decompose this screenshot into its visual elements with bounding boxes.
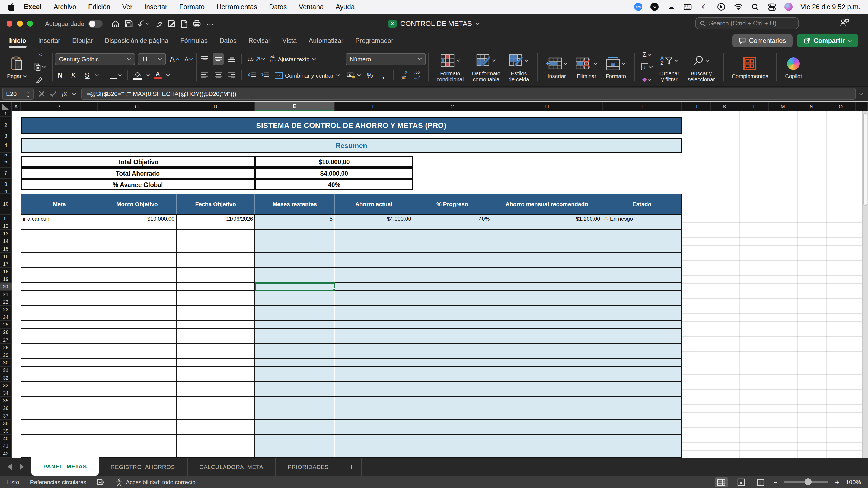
cell[interactable]	[177, 268, 255, 275]
row-header-2[interactable]: 2	[0, 117, 12, 134]
cell[interactable]	[413, 435, 492, 442]
column-header-B[interactable]: B	[21, 102, 98, 111]
cell[interactable]	[335, 336, 413, 343]
expand-formula-bar-icon[interactable]	[859, 92, 863, 96]
cell[interactable]	[492, 351, 602, 358]
sheet-tab-panel_metas[interactable]: PANEL_METAS	[31, 457, 99, 476]
cell[interactable]	[413, 382, 492, 389]
table-header-3[interactable]: Meses restantes	[255, 194, 335, 214]
autosum-button[interactable]: Σ	[640, 48, 654, 61]
column-header-L[interactable]: L	[739, 102, 769, 111]
conditional-formatting-button[interactable]: Formatocondicional	[434, 51, 466, 83]
cell[interactable]	[21, 321, 98, 328]
document-title-chevron-icon[interactable]	[476, 22, 479, 26]
cell[interactable]	[413, 443, 492, 450]
cell[interactable]	[255, 237, 335, 245]
ribbon-tab-fórmulas[interactable]: Fórmulas	[175, 35, 214, 46]
font-color-button[interactable]: A	[152, 69, 163, 81]
row-header-3[interactable]: 3	[0, 134, 12, 138]
cell[interactable]	[98, 298, 177, 305]
cell[interactable]	[413, 314, 492, 321]
cell[interactable]	[21, 382, 98, 389]
table-header-5[interactable]: % Progreso	[413, 194, 492, 214]
cell-row11-col5[interactable]: 40%	[413, 215, 492, 222]
menu-edición[interactable]: Edición	[82, 3, 116, 10]
cell[interactable]	[413, 366, 492, 373]
cell[interactable]	[177, 359, 255, 366]
undo-icon[interactable]	[138, 19, 150, 29]
increase-decimal-button[interactable]: ←,0,00	[398, 69, 409, 81]
cell[interactable]	[602, 253, 682, 260]
cell[interactable]	[255, 314, 335, 321]
cell[interactable]	[177, 275, 255, 283]
cell[interactable]	[98, 329, 177, 336]
font-color-chevron-icon[interactable]	[166, 73, 169, 77]
cell[interactable]	[98, 275, 177, 283]
cell[interactable]	[177, 298, 255, 305]
cell[interactable]	[21, 366, 98, 373]
row-header-26[interactable]: 26	[0, 329, 12, 336]
cell[interactable]	[413, 450, 492, 457]
row-header-41[interactable]: 41	[0, 443, 12, 450]
cell[interactable]	[98, 450, 177, 457]
row-header-17[interactable]: 17	[0, 260, 12, 268]
cell[interactable]	[255, 344, 335, 351]
cell[interactable]	[602, 321, 682, 328]
row-header-8[interactable]: 8	[0, 179, 12, 190]
summary-value-2[interactable]: 40%	[255, 179, 413, 190]
cell[interactable]	[21, 450, 98, 457]
row-header-34[interactable]: 34	[0, 389, 12, 397]
row-header-5[interactable]: 5	[0, 153, 12, 156]
cell[interactable]	[335, 450, 413, 457]
cell[interactable]	[492, 344, 602, 351]
cell[interactable]	[602, 314, 682, 321]
cell[interactable]	[21, 420, 98, 427]
cell[interactable]	[335, 412, 413, 419]
font-name-select[interactable]: Century Gothic	[55, 53, 135, 65]
cell[interactable]	[255, 420, 335, 427]
row-header-7[interactable]: 7	[0, 167, 12, 179]
cell[interactable]	[492, 329, 602, 336]
cell[interactable]	[335, 291, 413, 298]
table-header-2[interactable]: Fecha Objetivo	[177, 194, 255, 214]
ribbon-tab-automatizar[interactable]: Automatizar	[303, 35, 349, 46]
cell[interactable]	[98, 344, 177, 351]
percent-style-button[interactable]: %	[364, 69, 375, 81]
cell-row11-col7[interactable]: ⚠En riesgo	[602, 215, 682, 222]
ribbon-tab-insertar[interactable]: Insertar	[32, 35, 66, 46]
row-header-10[interactable]: 10	[0, 194, 12, 215]
cell[interactable]	[255, 298, 335, 305]
resumen-banner[interactable]: Resumen	[21, 138, 682, 153]
add-sheet-button[interactable]: +	[341, 458, 362, 476]
cell[interactable]	[602, 382, 682, 389]
cell[interactable]	[602, 389, 682, 396]
row-header-27[interactable]: 27	[0, 336, 12, 344]
find-select-button[interactable]: Buscar yseleccionar	[685, 51, 717, 83]
cell[interactable]	[98, 253, 177, 260]
cell[interactable]	[492, 382, 602, 389]
cell[interactable]	[98, 283, 177, 290]
row-header-13[interactable]: 13	[0, 230, 12, 237]
column-header-J[interactable]: J	[682, 102, 711, 111]
zoom-app-icon[interactable]: zm	[634, 3, 642, 11]
column-header-D[interactable]: D	[176, 102, 255, 111]
cell[interactable]	[602, 230, 682, 237]
cell[interactable]	[602, 412, 682, 419]
copilot-button[interactable]: Copilot	[782, 54, 805, 80]
selected-cell-E20[interactable]	[255, 283, 335, 291]
cell[interactable]	[255, 306, 335, 313]
font-size-select[interactable]: 11	[137, 53, 166, 65]
cell[interactable]	[602, 237, 682, 245]
cell[interactable]	[21, 245, 98, 252]
column-header-N[interactable]: N	[798, 102, 826, 111]
cell[interactable]	[335, 298, 413, 305]
cell[interactable]	[255, 222, 335, 229]
cell[interactable]	[255, 366, 335, 373]
row-header-25[interactable]: 25	[0, 321, 12, 329]
cell[interactable]	[413, 222, 492, 229]
cell[interactable]	[602, 329, 682, 336]
document-title[interactable]: CONTROL DE METAS	[400, 20, 472, 28]
cell[interactable]	[492, 260, 602, 267]
summary-label-0[interactable]: Total Objetivo	[21, 156, 255, 167]
cell[interactable]	[21, 253, 98, 260]
